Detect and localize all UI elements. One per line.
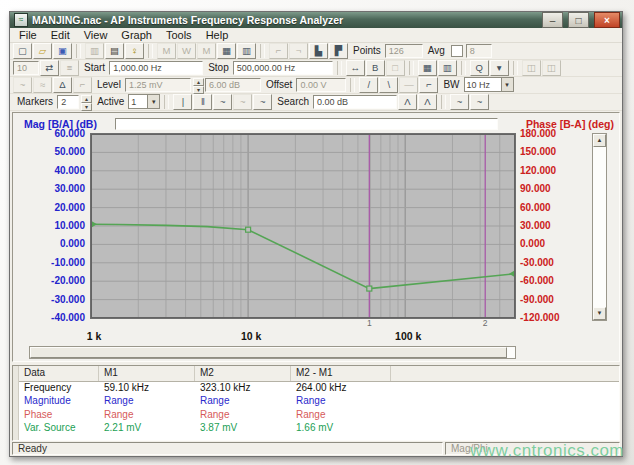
- plot-area[interactable]: 12: [90, 133, 516, 329]
- app-window: ≈ MANJING.nac - AP Instruments Frequency…: [9, 11, 623, 457]
- menu-bar: FileEditViewGraphToolsHelp: [10, 28, 622, 43]
- calibration-key-button[interactable]: ♀: [125, 43, 144, 59]
- nyquist-plot-button[interactable]: ▛: [329, 43, 348, 59]
- table-header-cell: M2: [195, 366, 291, 381]
- toolbar-separator: [409, 61, 414, 75]
- stop-frequency-field[interactable]: 500,000.00 Hz: [233, 61, 333, 75]
- horizontal-scroll-thumb[interactable]: [30, 347, 507, 358]
- menu-tools[interactable]: Tools: [159, 29, 199, 41]
- marker-number-strip: 12: [90, 319, 514, 329]
- mag-tick-label: -40.000: [51, 312, 85, 323]
- bode-plot-button[interactable]: ▙: [309, 43, 328, 59]
- phase-tick-label: 150.000: [520, 146, 556, 157]
- avg-field[interactable]: 8: [466, 44, 492, 58]
- menu-help[interactable]: Help: [199, 29, 236, 41]
- valley-search-button[interactable]: ~: [470, 94, 489, 110]
- bw-select[interactable]: 10 Hz▾: [464, 77, 514, 92]
- scroll-down-icon[interactable]: ▼: [593, 307, 606, 320]
- ramp-up-button[interactable]: /: [359, 77, 378, 93]
- source-ramp-button[interactable]: Δ: [53, 77, 72, 93]
- maximize-button[interactable]: □: [568, 12, 589, 28]
- minimize-button[interactable]: –: [542, 12, 563, 28]
- active-marker-select[interactable]: 1▾: [128, 94, 160, 109]
- sweep-single-button: M: [157, 43, 176, 59]
- level-mv-field[interactable]: 1.25 mV: [125, 78, 191, 92]
- new-file-button[interactable]: ▢: [13, 43, 32, 59]
- points-field[interactable]: 126: [385, 44, 423, 58]
- active-marker-select-value: 1: [129, 97, 147, 107]
- spin-up-icon[interactable]: ▴: [81, 95, 92, 103]
- axis-option-alt-button: ¬: [289, 43, 308, 59]
- toolbar-separator: [148, 44, 153, 58]
- search-right-button[interactable]: Λ: [418, 94, 437, 110]
- search-label: Search: [277, 96, 309, 107]
- step-size-field[interactable]: 10: [13, 61, 39, 75]
- chevron-down-icon[interactable]: ▾: [147, 95, 159, 108]
- avg-checkbox[interactable]: [451, 45, 463, 57]
- mag-tick-label: 60.000: [54, 128, 85, 139]
- axes-lock-button: □: [386, 60, 405, 76]
- spin-down-icon[interactable]: ▾: [81, 103, 92, 111]
- open-folder-button[interactable]: ▱: [33, 43, 52, 59]
- marker-free-button[interactable]: ~: [253, 94, 272, 110]
- marker-to-trace-button[interactable]: ~: [213, 94, 232, 110]
- peak-search-button[interactable]: ~: [450, 94, 469, 110]
- table-header-cell: M2 - M1: [291, 366, 391, 381]
- marker-pair-button[interactable]: ‖: [193, 94, 212, 110]
- level-resume-button[interactable]: ⌐: [419, 77, 438, 93]
- table-cell: 264.00 kHz: [291, 382, 391, 396]
- axes-setup-button[interactable]: B: [366, 60, 385, 76]
- menu-view[interactable]: View: [77, 29, 115, 41]
- close-button[interactable]: ×: [594, 12, 620, 28]
- toolbar-separator: [441, 95, 446, 109]
- scroll-up-icon[interactable]: ▲: [593, 134, 606, 147]
- search-field[interactable]: 0.00 dB: [313, 95, 397, 109]
- app-icon: ≈: [14, 13, 28, 27]
- watermark: www.cntronics.com: [470, 441, 624, 461]
- vertical-scrollbar[interactable]: ▲ ▼: [592, 133, 607, 321]
- level-spinner[interactable]: ▴▾: [193, 78, 204, 91]
- horizontal-scrollbar[interactable]: [29, 346, 516, 359]
- graph-dual-button[interactable]: ▥: [237, 43, 256, 59]
- copy-button: ▥: [85, 43, 104, 59]
- sweep-stop-button: M: [197, 43, 216, 59]
- chevron-down-icon[interactable]: ▾: [501, 78, 513, 91]
- grid-style-alt-button[interactable]: ▥: [438, 60, 457, 76]
- marker-place-button[interactable]: |: [173, 94, 192, 110]
- markers-spinner[interactable]: ▴▾: [81, 95, 92, 108]
- table-cell: Range: [99, 395, 195, 409]
- toolbar-row-markers: Markers2▴▾Active1▾|‖~~~Search0.00 dBΛΛ~~: [10, 94, 622, 111]
- spin-up-icon[interactable]: ▴: [193, 78, 204, 86]
- phase-tick-label: 60.000: [520, 202, 551, 213]
- full-span-button[interactable]: ↔: [346, 60, 365, 76]
- menu-edit[interactable]: Edit: [44, 29, 77, 41]
- sweep-progress-bar: [115, 118, 498, 130]
- start-frequency-field[interactable]: 1,000.00 Hz: [109, 61, 203, 75]
- toolbar-separator: [260, 44, 265, 58]
- markers-count-field[interactable]: 2: [57, 95, 79, 109]
- mag-tick-label: 40.000: [54, 165, 85, 176]
- vertical-scroll-track[interactable]: [593, 147, 606, 307]
- save-button[interactable]: ▣: [53, 43, 72, 59]
- phase-tick-label: 30.000: [520, 220, 551, 231]
- offset-field[interactable]: 0.00 V: [296, 78, 346, 92]
- graph-panel: Mag [B/A] (dB) Phase [B-A] (deg) 60.0005…: [12, 112, 620, 362]
- graph-single-button[interactable]: ▦: [217, 43, 236, 59]
- table-row-label: Var. Source: [19, 422, 99, 436]
- menu-file[interactable]: File: [12, 29, 44, 41]
- marker-table-area: DataM1M2M2 - M1 Frequency59.10 kHz323.10…: [10, 362, 622, 441]
- print-button[interactable]: ▤: [105, 43, 124, 59]
- step-mode-button: ≡: [60, 60, 79, 76]
- ramp-down-button[interactable]: \: [379, 77, 398, 93]
- search-left-button[interactable]: Λ: [398, 94, 417, 110]
- frequency-tick-label: 10 k: [241, 330, 261, 342]
- zoom-dropdown-button[interactable]: ▾: [490, 60, 509, 76]
- table-header-row: DataM1M2M2 - M1: [19, 366, 619, 382]
- zoom-button[interactable]: Q: [470, 60, 489, 76]
- mag-tick-label: 10.000: [54, 220, 85, 231]
- grid-style-button[interactable]: ▦: [418, 60, 437, 76]
- menu-graph[interactable]: Graph: [114, 29, 159, 41]
- level-db-field[interactable]: 6.00 dB: [205, 78, 261, 92]
- sweep-direction-button[interactable]: ⇄: [40, 60, 59, 76]
- table-cell: 2.21 mV: [99, 422, 195, 436]
